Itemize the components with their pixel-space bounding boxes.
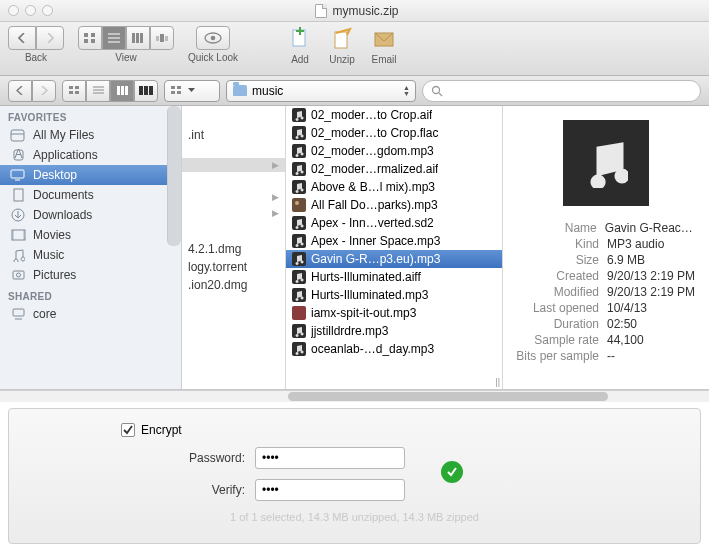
audio-file-icon (292, 180, 306, 194)
audio-file-icon (292, 162, 306, 176)
svg-rect-25 (117, 86, 120, 95)
list-item[interactable]: 4.2.1.dmg (182, 240, 285, 258)
sidebar-item-downloads[interactable]: Downloads (0, 205, 181, 225)
back-label: Back (25, 52, 47, 63)
svg-rect-57 (292, 198, 306, 212)
column-1: .int ▶ ▶ ▶ 4.2.1.dmg logy.torrent .ion20… (182, 106, 286, 389)
svg-rect-48 (13, 271, 24, 279)
music-note-icon (584, 138, 628, 188)
arrange-dropdown[interactable] (164, 80, 220, 102)
svg-rect-18 (69, 86, 73, 89)
art-file-icon (292, 198, 306, 212)
file-row[interactable]: Gavin G-R…p3.eu).mp3 (286, 250, 502, 268)
view-icons-button[interactable] (78, 26, 102, 50)
password-input[interactable] (255, 447, 405, 469)
password-label: Password: (27, 451, 245, 465)
file-label: Above & B…l mix).mp3 (311, 180, 435, 194)
view-icons-small[interactable] (62, 80, 86, 102)
verify-input[interactable] (255, 479, 405, 501)
chevron-down-icon (188, 88, 195, 93)
email-action[interactable]: Email (370, 26, 398, 65)
sidebar-item-movies[interactable]: Movies (0, 225, 181, 245)
view-coverflow-button[interactable] (150, 26, 174, 50)
view-label: View (115, 52, 137, 63)
list-item[interactable]: logy.torrent (182, 258, 285, 276)
view-list-button[interactable] (102, 26, 126, 50)
list-item[interactable]: .ion20.dmg (182, 276, 285, 294)
sidebar-item-desktop[interactable]: Desktop (0, 165, 181, 185)
file-label: Hurts-Illuminated.mp3 (311, 288, 428, 302)
file-row[interactable]: 02_moder…to Crop.flac (286, 124, 502, 142)
sidebar-item-pictures[interactable]: Pictures (0, 265, 181, 285)
zoom-icon[interactable] (42, 5, 53, 16)
preview-pane: NameGavin G-Reach… KindMP3 audio Size6.9… (503, 106, 709, 389)
file-row[interactable]: Apex - Inn…verted.sd2 (286, 214, 502, 232)
add-action[interactable]: Add (286, 26, 314, 65)
view-coverflow-small[interactable] (134, 80, 158, 102)
list-item[interactable]: ▶ (182, 190, 285, 204)
svg-rect-33 (171, 91, 175, 94)
svg-rect-16 (335, 32, 347, 48)
quick-look-button[interactable] (196, 26, 230, 50)
file-row[interactable]: jjstilldrdre.mp3 (286, 322, 502, 340)
file-row[interactable]: oceanlab-…d_day.mp3 (286, 340, 502, 358)
svg-rect-9 (140, 33, 143, 43)
nav-forward-button[interactable] (32, 80, 56, 102)
sidebar-item-music[interactable]: Music (0, 245, 181, 265)
encrypt-label: Encrypt (141, 423, 182, 437)
sidebar-scrollbar[interactable] (167, 106, 181, 246)
sidebar-item-documents[interactable]: Documents (0, 185, 181, 205)
horizontal-scrollbar[interactable] (0, 390, 709, 402)
view-columns-button[interactable] (126, 26, 150, 50)
file-row[interactable]: iamx-spit-it-out.mp3 (286, 304, 502, 322)
file-row[interactable]: Above & B…l mix).mp3 (286, 178, 502, 196)
unzip-action[interactable]: Unzip (328, 26, 356, 65)
file-label: Hurts-Illuminated.aiff (311, 270, 421, 284)
sidebar-item-applications[interactable]: AApplications (0, 145, 181, 165)
file-label: oceanlab-…d_day.mp3 (311, 342, 434, 356)
back-button[interactable] (8, 26, 36, 50)
window-title: mymusic.zip (53, 4, 661, 18)
sidebar-item-core[interactable]: core (0, 304, 181, 324)
svg-rect-29 (144, 86, 148, 95)
browser-columns: FAVORITES All My Files AApplications Des… (0, 106, 709, 390)
list-item[interactable]: ▶ (182, 206, 285, 220)
file-row[interactable]: All Fall Do…parks).mp3 (286, 196, 502, 214)
file-row[interactable]: Hurts-Illuminated.mp3 (286, 286, 502, 304)
path-popup[interactable]: music ▲▼ (226, 80, 416, 102)
forward-button[interactable] (36, 26, 64, 50)
column-resize-icon[interactable]: || (495, 377, 500, 387)
favorites-header: FAVORITES (0, 106, 181, 125)
minimize-icon[interactable] (25, 5, 36, 16)
list-item[interactable]: ▶ (182, 158, 285, 172)
encrypt-checkbox[interactable] (121, 423, 135, 437)
svg-rect-43 (14, 189, 23, 201)
close-icon[interactable] (8, 5, 19, 16)
svg-rect-37 (11, 130, 24, 141)
file-label: 02_moder…rmalized.aif (311, 162, 438, 176)
file-row[interactable]: 02_moder…gdom.mp3 (286, 142, 502, 160)
view-columns-small[interactable] (110, 80, 134, 102)
file-row[interactable]: 02_moder…to Crop.aif (286, 106, 502, 124)
svg-point-58 (295, 201, 299, 205)
titlebar: mymusic.zip (0, 0, 709, 22)
svg-rect-1 (91, 33, 95, 37)
shared-header: SHARED (0, 285, 181, 304)
svg-rect-12 (165, 36, 168, 41)
list-item[interactable]: .int (182, 126, 285, 144)
file-row[interactable]: Hurts-Illuminated.aiff (286, 268, 502, 286)
sidebar-item-all-my-files[interactable]: All My Files (0, 125, 181, 145)
status-subtext: 1 of 1 selected, 14.3 MB unzipped, 14.3 … (27, 511, 682, 523)
file-label: Apex - Inner Space.mp3 (311, 234, 440, 248)
view-seg (62, 80, 158, 102)
file-row[interactable]: Apex - Inner Space.mp3 (286, 232, 502, 250)
view-list-small[interactable] (86, 80, 110, 102)
nav-back-button[interactable] (8, 80, 32, 102)
svg-point-35 (433, 86, 440, 93)
quick-look-label: Quick Look (188, 52, 238, 63)
file-list-column: 02_moder…to Crop.aif02_moder…to Crop.fla… (286, 106, 503, 389)
svg-rect-0 (84, 33, 88, 37)
search-field[interactable] (422, 80, 701, 102)
music-icon (10, 248, 26, 262)
file-row[interactable]: 02_moder…rmalized.aif (286, 160, 502, 178)
